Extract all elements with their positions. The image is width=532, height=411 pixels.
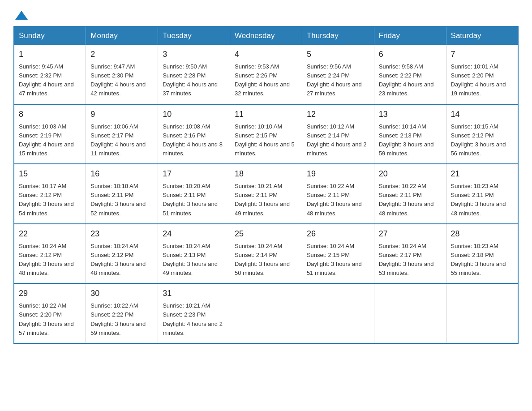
calendar-week-row: 29 Sunrise: 10:22 AMSunset: 2:20 PMDayli…: [14, 283, 518, 343]
calendar-day-cell: 13 Sunrise: 10:14 AMSunset: 2:13 PMDayli…: [374, 104, 446, 164]
day-info: Sunrise: 10:21 AMSunset: 2:23 PMDaylight…: [163, 302, 223, 336]
calendar-day-cell: 12 Sunrise: 10:12 AMSunset: 2:14 PMDayli…: [302, 104, 374, 164]
calendar-day-cell: 23 Sunrise: 10:24 AMSunset: 2:12 PMDayli…: [86, 224, 158, 284]
day-number: 20: [379, 168, 442, 180]
day-of-week-header: Wednesday: [230, 26, 302, 45]
calendar-day-cell: 7 Sunrise: 10:01 AMSunset: 2:20 PMDaylig…: [446, 45, 518, 104]
day-info: Sunrise: 10:24 AMSunset: 2:14 PMDaylight…: [235, 243, 290, 276]
day-number: 28: [451, 228, 513, 240]
day-number: 24: [163, 228, 225, 240]
day-info: Sunrise: 10:24 AMSunset: 2:13 PMDaylight…: [163, 243, 218, 276]
calendar-day-cell: [230, 283, 302, 343]
calendar-day-cell: 27 Sunrise: 10:24 AMSunset: 2:17 PMDayli…: [374, 224, 446, 284]
calendar-day-cell: 11 Sunrise: 10:10 AMSunset: 2:15 PMDayli…: [230, 104, 302, 164]
day-of-week-header: Saturday: [446, 26, 518, 45]
calendar-day-cell: 1 Sunrise: 9:45 AMSunset: 2:32 PMDayligh…: [14, 45, 86, 104]
day-number: 31: [163, 287, 225, 300]
day-number: 10: [163, 108, 225, 120]
calendar-day-cell: 21 Sunrise: 10:23 AMSunset: 2:11 PMDayli…: [446, 164, 518, 224]
calendar-day-cell: 28 Sunrise: 10:23 AMSunset: 2:18 PMDayli…: [446, 224, 518, 284]
calendar-day-cell: 9 Sunrise: 10:06 AMSunset: 2:17 PMDaylig…: [86, 104, 158, 164]
day-number: 19: [307, 168, 369, 180]
day-number: 30: [90, 287, 153, 300]
day-number: 25: [235, 228, 297, 240]
calendar-table: SundayMondayTuesdayWednesdayThursdayFrid…: [13, 26, 519, 344]
day-number: 4: [235, 48, 297, 60]
calendar-week-row: 22 Sunrise: 10:24 AMSunset: 2:12 PMDayli…: [14, 224, 518, 284]
day-number: 6: [379, 48, 442, 60]
day-of-week-header: Thursday: [302, 26, 374, 45]
calendar-day-cell: 10 Sunrise: 10:08 AMSunset: 2:16 PMDayli…: [158, 104, 230, 164]
calendar-day-cell: 24 Sunrise: 10:24 AMSunset: 2:13 PMDayli…: [158, 224, 230, 284]
day-info: Sunrise: 10:24 AMSunset: 2:17 PMDaylight…: [379, 243, 434, 276]
day-number: 9: [90, 108, 153, 120]
day-of-week-header: Monday: [86, 26, 158, 45]
day-info: Sunrise: 10:20 AMSunset: 2:11 PMDaylight…: [163, 183, 218, 216]
day-number: 11: [235, 108, 297, 120]
day-info: Sunrise: 10:06 AMSunset: 2:17 PMDaylight…: [90, 123, 146, 157]
calendar-day-cell: 22 Sunrise: 10:24 AMSunset: 2:12 PMDayli…: [14, 224, 86, 284]
calendar-day-cell: 25 Sunrise: 10:24 AMSunset: 2:14 PMDayli…: [230, 224, 302, 284]
calendar-day-cell: 17 Sunrise: 10:20 AMSunset: 2:11 PMDayli…: [158, 164, 230, 224]
calendar-week-row: 8 Sunrise: 10:03 AMSunset: 2:19 PMDaylig…: [14, 104, 518, 164]
calendar-day-cell: 18 Sunrise: 10:21 AMSunset: 2:11 PMDayli…: [230, 164, 302, 224]
day-info: Sunrise: 10:23 AMSunset: 2:11 PMDaylight…: [451, 183, 506, 216]
day-info: Sunrise: 10:24 AMSunset: 2:12 PMDaylight…: [19, 243, 74, 276]
day-info: Sunrise: 9:45 AMSunset: 2:32 PMDaylight:…: [19, 63, 74, 97]
day-number: 8: [19, 108, 81, 120]
day-number: 14: [451, 108, 513, 120]
day-number: 29: [19, 287, 81, 300]
day-number: 26: [307, 228, 369, 240]
calendar-day-cell: 15 Sunrise: 10:17 AMSunset: 2:12 PMDayli…: [14, 164, 86, 224]
day-info: Sunrise: 10:10 AMSunset: 2:15 PMDaylight…: [235, 123, 295, 157]
calendar-week-row: 1 Sunrise: 9:45 AMSunset: 2:32 PMDayligh…: [14, 45, 518, 104]
logo: [13, 9, 28, 18]
day-info: Sunrise: 10:24 AMSunset: 2:12 PMDaylight…: [90, 243, 146, 276]
day-of-week-header: Tuesday: [158, 26, 230, 45]
day-info: Sunrise: 10:23 AMSunset: 2:18 PMDaylight…: [451, 243, 506, 276]
day-number: 2: [90, 48, 153, 60]
day-number: 7: [451, 48, 513, 60]
day-number: 13: [379, 108, 442, 120]
calendar-day-cell: 16 Sunrise: 10:18 AMSunset: 2:11 PMDayli…: [86, 164, 158, 224]
day-info: Sunrise: 9:53 AMSunset: 2:26 PMDaylight:…: [235, 63, 290, 97]
page-header: [13, 9, 519, 18]
day-number: 17: [163, 168, 225, 180]
calendar-day-cell: 31 Sunrise: 10:21 AMSunset: 2:23 PMDayli…: [158, 283, 230, 343]
logo-triangle-icon: [15, 11, 28, 20]
day-info: Sunrise: 10:22 AMSunset: 2:20 PMDaylight…: [19, 302, 74, 336]
day-number: 18: [235, 168, 297, 180]
calendar-day-cell: 26 Sunrise: 10:24 AMSunset: 2:15 PMDayli…: [302, 224, 374, 284]
day-info: Sunrise: 10:03 AMSunset: 2:19 PMDaylight…: [19, 123, 74, 157]
calendar-day-cell: [302, 283, 374, 343]
day-number: 1: [19, 48, 81, 60]
day-info: Sunrise: 10:15 AMSunset: 2:12 PMDaylight…: [451, 123, 506, 157]
calendar-day-cell: 19 Sunrise: 10:22 AMSunset: 2:11 PMDayli…: [302, 164, 374, 224]
day-number: 21: [451, 168, 513, 180]
day-info: Sunrise: 9:47 AMSunset: 2:30 PMDaylight:…: [90, 63, 146, 97]
day-info: Sunrise: 10:12 AMSunset: 2:14 PMDaylight…: [307, 123, 367, 157]
day-info: Sunrise: 10:18 AMSunset: 2:11 PMDaylight…: [90, 183, 146, 216]
day-info: Sunrise: 9:58 AMSunset: 2:22 PMDaylight:…: [379, 63, 434, 97]
calendar-day-cell: 2 Sunrise: 9:47 AMSunset: 2:30 PMDayligh…: [86, 45, 158, 104]
day-number: 27: [379, 228, 442, 240]
day-number: 23: [90, 228, 153, 240]
calendar-day-cell: 3 Sunrise: 9:50 AMSunset: 2:28 PMDayligh…: [158, 45, 230, 104]
day-info: Sunrise: 10:22 AMSunset: 2:22 PMDaylight…: [90, 302, 146, 336]
day-info: Sunrise: 10:08 AMSunset: 2:16 PMDaylight…: [163, 123, 223, 157]
calendar-day-cell: 6 Sunrise: 9:58 AMSunset: 2:22 PMDayligh…: [374, 45, 446, 104]
calendar-week-row: 15 Sunrise: 10:17 AMSunset: 2:12 PMDayli…: [14, 164, 518, 224]
day-number: 5: [307, 48, 369, 60]
day-number: 12: [307, 108, 369, 120]
day-info: Sunrise: 10:17 AMSunset: 2:12 PMDaylight…: [19, 183, 74, 216]
day-info: Sunrise: 10:22 AMSunset: 2:11 PMDaylight…: [307, 183, 362, 216]
calendar-day-cell: 14 Sunrise: 10:15 AMSunset: 2:12 PMDayli…: [446, 104, 518, 164]
day-number: 3: [163, 48, 225, 60]
day-info: Sunrise: 9:56 AMSunset: 2:24 PMDaylight:…: [307, 63, 362, 97]
calendar-day-cell: 5 Sunrise: 9:56 AMSunset: 2:24 PMDayligh…: [302, 45, 374, 104]
day-info: Sunrise: 10:01 AMSunset: 2:20 PMDaylight…: [451, 63, 506, 97]
calendar-day-cell: 30 Sunrise: 10:22 AMSunset: 2:22 PMDayli…: [86, 283, 158, 343]
day-number: 16: [90, 168, 153, 180]
day-info: Sunrise: 10:24 AMSunset: 2:15 PMDaylight…: [307, 243, 362, 276]
day-of-week-header: Friday: [374, 26, 446, 45]
